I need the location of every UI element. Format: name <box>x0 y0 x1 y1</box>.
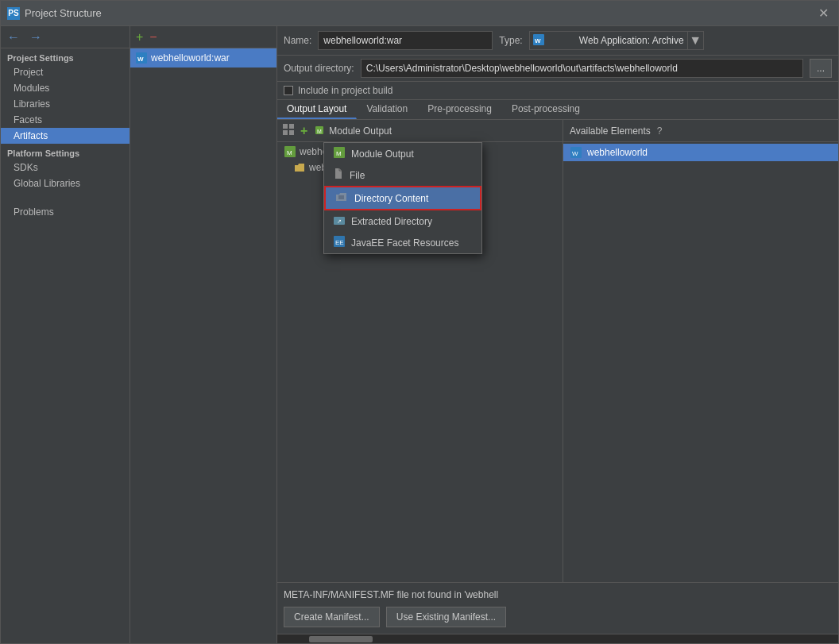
available-elements-label: Available Elements <box>570 125 651 137</box>
tab-output-layout[interactable]: Output Layout <box>277 100 357 119</box>
sidebar-item-facets[interactable]: Facets <box>1 112 130 128</box>
type-icon: W <box>533 34 544 48</box>
tab-post-processing[interactable]: Post-processing <box>502 100 590 119</box>
menu-item-directory-content[interactable]: Directory Content <box>324 186 481 210</box>
add-element-button[interactable]: + <box>298 122 310 140</box>
horizontal-scrollbar[interactable] <box>277 634 838 643</box>
menu-item-extracted-directory[interactable]: ↗ Extracted Directory <box>324 210 481 232</box>
tab-validation[interactable]: Validation <box>357 100 418 119</box>
help-icon[interactable]: ? <box>657 125 663 137</box>
svg-text:W: W <box>572 150 578 157</box>
svg-text:W: W <box>535 37 541 44</box>
titlebar: PS Project Structure ✕ <box>1 1 838 26</box>
type-dropdown-button[interactable]: ▼ <box>688 31 704 50</box>
module-output-icon: M <box>334 147 345 160</box>
available-content: W webhelloworld <box>563 142 838 582</box>
name-type-row: Name: Type: W Web Application: Archive ▼ <box>277 26 838 56</box>
project-structure-window: PS Project Structure ✕ ← → Project Setti… <box>0 0 839 644</box>
sidebar: ← → Project Settings Project Modules Lib… <box>1 26 130 643</box>
svg-rect-6 <box>283 130 288 135</box>
platform-settings-label: Platform Settings <box>1 144 130 160</box>
available-header: Available Elements ? <box>563 120 838 142</box>
include-checkbox[interactable] <box>284 86 293 95</box>
browse-button[interactable]: ... <box>810 59 832 78</box>
remove-artifact-button[interactable]: − <box>147 29 159 46</box>
sidebar-item-artifacts[interactable]: Artifacts <box>1 128 130 144</box>
war-icon: W <box>135 52 148 64</box>
module-output-label: Module Output <box>329 125 392 137</box>
menu-item-javaee-facet[interactable]: EE JavaEE Facet Resources <box>324 232 481 253</box>
svg-text:M: M <box>287 149 292 156</box>
nav-forward-button[interactable]: → <box>26 29 45 46</box>
titlebar-title: Project Structure <box>25 7 815 19</box>
include-label: Include in project build <box>298 85 392 96</box>
create-manifest-button[interactable]: Create Manifest... <box>284 607 380 627</box>
available-item-label: webhelloworld <box>587 147 648 158</box>
sidebar-item-modules[interactable]: Modules <box>1 80 130 96</box>
right-panel: Name: Type: W Web Application: Archive ▼ <box>277 26 838 643</box>
sidebar-item-sdks[interactable]: SDKs <box>1 160 130 175</box>
sidebar-item-libraries[interactable]: Libraries <box>1 96 130 112</box>
file-icon <box>334 168 343 182</box>
type-value: Web Application: Archive <box>579 35 684 46</box>
bottom-buttons: Create Manifest... Use Existing Manifest… <box>284 607 832 627</box>
content-area: + − W webhelloworld:war Name: Type: <box>130 26 838 643</box>
available-module-icon: W <box>570 146 582 159</box>
tree-toolbar: + M Module Output <box>277 120 563 142</box>
artifact-item-war[interactable]: W webhelloworld:war <box>130 48 276 67</box>
menu-item-file[interactable]: File <box>324 164 481 186</box>
artifact-list-panel: + − W webhelloworld:war <box>130 26 277 643</box>
svg-text:W: W <box>137 56 144 63</box>
svg-rect-5 <box>289 124 294 129</box>
output-dir-row: Output directory: ... <box>277 56 838 82</box>
directory-content-icon <box>335 191 348 205</box>
scrollbar-thumb[interactable] <box>309 636 373 642</box>
include-row: Include in project build <box>277 82 838 100</box>
svg-text:EE: EE <box>335 239 344 246</box>
main-layout: ← → Project Settings Project Modules Lib… <box>1 26 838 643</box>
use-existing-manifest-button[interactable]: Use Existing Manifest... <box>386 607 506 627</box>
close-button[interactable]: ✕ <box>815 6 832 21</box>
tree-view-icon[interactable] <box>280 122 296 139</box>
facet-icon: EE <box>334 236 345 249</box>
type-label: Type: <box>499 35 522 46</box>
svg-rect-14 <box>338 195 344 199</box>
extracted-dir-icon: ↗ <box>334 214 345 228</box>
titlebar-icon: PS <box>7 7 20 20</box>
name-label: Name: <box>284 35 311 46</box>
artifact-list-toolbar: + − <box>130 26 276 48</box>
folder-tree-icon <box>293 161 306 174</box>
type-select[interactable]: W Web Application: Archive <box>529 31 688 50</box>
project-settings-label: Project Settings <box>1 48 130 64</box>
sidebar-toolbar: ← → <box>1 26 130 48</box>
module-icon: M <box>311 123 327 139</box>
add-artifact-button[interactable]: + <box>133 29 145 46</box>
svg-text:↗: ↗ <box>337 218 342 224</box>
available-panel: Available Elements ? W <box>563 120 838 582</box>
artifact-item-label: webhelloworld:war <box>151 52 230 64</box>
split-panel: + M Module Output <box>277 120 838 582</box>
svg-rect-4 <box>283 124 288 129</box>
bottom-section: META-INF/MANIFEST.MF file not found in '… <box>277 582 838 634</box>
context-menu-overlay: M Module Output <box>323 142 482 254</box>
tabs-row: Output Layout Validation Pre-processing … <box>277 100 838 120</box>
sidebar-item-project[interactable]: Project <box>1 64 130 80</box>
nav-back-button[interactable]: ← <box>4 29 23 46</box>
sidebar-item-global-libraries[interactable]: Global Libraries <box>1 175 130 191</box>
available-item-webhelloworld[interactable]: W webhelloworld <box>563 144 838 161</box>
tab-pre-processing[interactable]: Pre-processing <box>418 100 502 119</box>
output-dir-input[interactable] <box>361 59 803 78</box>
warning-text: META-INF/MANIFEST.MF file not found in '… <box>284 589 832 600</box>
svg-rect-7 <box>289 130 294 135</box>
menu-item-module-output[interactable]: M Module Output <box>324 143 481 164</box>
name-input[interactable] <box>318 31 493 50</box>
svg-text:M: M <box>336 150 342 157</box>
module-tree-icon: M <box>284 145 296 158</box>
svg-text:M: M <box>317 129 322 134</box>
output-dir-label: Output directory: <box>284 63 354 74</box>
sidebar-item-problems[interactable]: Problems <box>1 204 130 220</box>
